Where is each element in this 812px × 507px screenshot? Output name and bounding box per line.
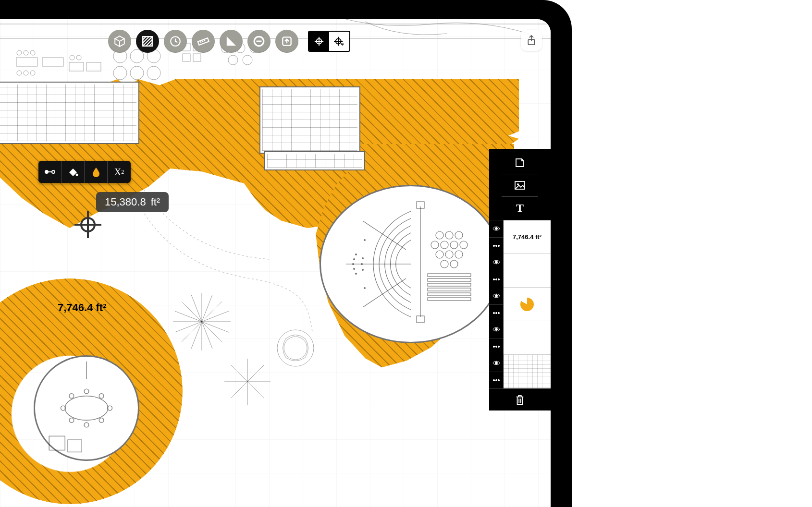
svg-line-108 [143, 36, 149, 43]
svg-line-92 [247, 382, 264, 398]
svg-line-82 [202, 311, 229, 322]
svg-line-87 [175, 311, 202, 322]
svg-point-7 [30, 71, 35, 75]
svg-point-98 [284, 337, 307, 360]
layer-thumbnail[interactable] [504, 288, 551, 321]
svg-point-138 [495, 295, 497, 297]
svg-point-44 [445, 231, 453, 239]
snap-toggle: + [308, 31, 350, 52]
drawing-canvas[interactable]: 7,746.4 ft² 15,380.8 ft² [0, 19, 551, 507]
svg-rect-55 [428, 274, 471, 277]
svg-rect-58 [428, 288, 471, 291]
svg-point-66 [69, 394, 74, 398]
svg-point-137 [498, 278, 499, 280]
svg-point-41 [362, 257, 364, 259]
add-text-button[interactable]: T [489, 199, 551, 217]
svg-line-88 [191, 295, 202, 322]
stroke-style-button[interactable] [38, 161, 62, 183]
layer-visibility-toggle[interactable] [489, 355, 503, 372]
svg-point-1 [24, 50, 28, 55]
layer-visibility-toggle[interactable] [489, 321, 503, 338]
svg-point-36 [355, 254, 357, 255]
svg-point-68 [69, 418, 74, 422]
layer-thumbnail[interactable] [504, 254, 551, 288]
svg-point-45 [455, 231, 463, 239]
svg-line-76 [202, 322, 222, 342]
layer-row [489, 288, 551, 321]
new-page-button[interactable] [489, 154, 551, 172]
auditorium-seats [324, 192, 497, 341]
context-toolbar: X2 [38, 161, 131, 183]
app-screen: 7,746.4 ft² 15,380.8 ft² [0, 19, 551, 507]
svg-rect-71 [49, 436, 65, 450]
svg-point-104 [52, 170, 55, 173]
add-image-button[interactable] [489, 176, 551, 194]
layer-options-button[interactable] [489, 271, 503, 288]
svg-point-144 [495, 346, 497, 347]
svg-point-133 [498, 245, 499, 246]
svg-point-139 [493, 312, 494, 314]
fill-bucket-button[interactable] [62, 161, 85, 183]
svg-point-43 [436, 231, 443, 239]
svg-point-65 [84, 422, 89, 427]
svg-rect-4 [42, 58, 63, 66]
measurement-unit: ft² [151, 196, 160, 208]
share-button[interactable] [521, 30, 542, 51]
svg-point-51 [445, 251, 453, 258]
svg-rect-3 [16, 58, 37, 66]
svg-point-67 [99, 394, 104, 398]
layer-options-button[interactable] [489, 372, 503, 389]
svg-point-134 [495, 261, 497, 264]
delete-layer-button[interactable] [489, 388, 551, 410]
svg-point-47 [441, 241, 448, 249]
svg-point-53 [441, 260, 448, 268]
svg-line-96 [231, 365, 247, 382]
layer-options-button[interactable] [489, 238, 503, 254]
cube-tool[interactable] [108, 30, 131, 53]
superscript-x2-button[interactable]: X2 [108, 161, 131, 183]
svg-point-6 [24, 71, 28, 75]
svg-rect-59 [428, 293, 471, 296]
svg-point-147 [493, 379, 494, 381]
layer-visibility-toggle[interactable] [489, 220, 503, 238]
svg-point-33 [352, 263, 354, 265]
svg-rect-10 [69, 62, 84, 71]
clock-tool[interactable] [164, 30, 187, 53]
svg-point-132 [495, 245, 497, 246]
snap-on-button[interactable] [309, 32, 329, 51]
svg-point-34 [353, 258, 355, 260]
layer-thumbnail[interactable]: 7,746.4 ft² [504, 220, 551, 254]
measurement-callout[interactable]: 15,380.8 ft² [96, 192, 169, 212]
color-drop-button[interactable] [85, 161, 108, 183]
svg-point-16 [130, 66, 144, 80]
upload-tool[interactable] [275, 30, 298, 53]
layer-row [489, 254, 551, 288]
layer-visibility-toggle[interactable] [489, 288, 503, 305]
svg-point-46 [431, 241, 439, 249]
svg-line-81 [202, 295, 212, 322]
measurement-anchor-icon[interactable] [74, 211, 101, 238]
layer-options-button[interactable] [489, 305, 503, 322]
hatch-fill-tool[interactable] [136, 30, 159, 53]
layers-panel: T 7,746.4 f [489, 149, 551, 410]
svg-point-0 [17, 50, 22, 55]
layer-thumbnail[interactable] [504, 321, 551, 355]
svg-point-38 [364, 239, 366, 241]
svg-point-17 [147, 66, 160, 80]
layer-visibility-toggle[interactable] [489, 254, 503, 271]
svg-text:+: + [342, 42, 344, 47]
layer-options-button[interactable] [489, 338, 503, 355]
svg-point-54 [450, 260, 458, 268]
layer-thumbnail[interactable] [504, 355, 551, 388]
snap-off-button[interactable]: + [329, 32, 349, 51]
minus-tool[interactable] [247, 30, 271, 53]
svg-line-115 [202, 40, 203, 42]
svg-point-143 [493, 346, 494, 347]
ruler-tool[interactable] [192, 30, 215, 53]
svg-line-83 [202, 322, 229, 332]
round-room [34, 355, 139, 461]
angle-tool[interactable] [220, 30, 243, 53]
layer-thumb-label: 7,746.4 ft² [513, 233, 541, 241]
svg-line-78 [182, 322, 202, 342]
svg-point-40 [361, 263, 363, 265]
